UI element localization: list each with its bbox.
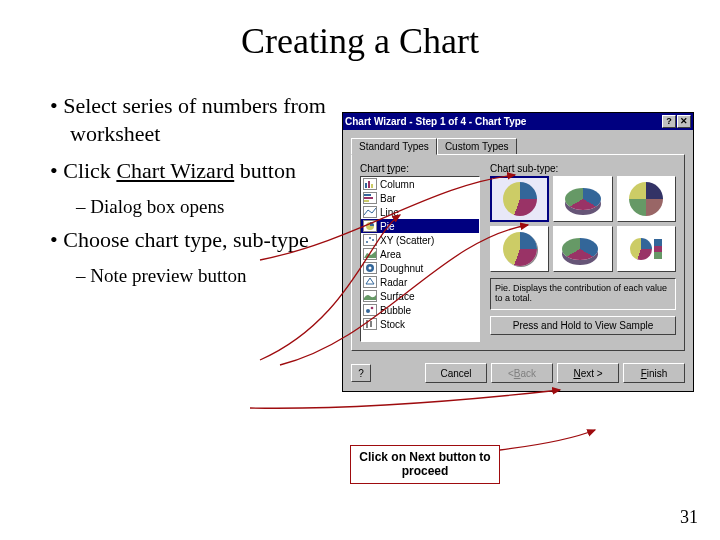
chart-wizard-dialog: Chart Wizard - Step 1 of 4 - Chart Type … (342, 112, 694, 392)
bullet-1: Select series of numbers from worksheet (50, 92, 340, 147)
chart-type-listbox[interactable]: ColumnBarLinePieXY (Scatter)AreaDoughnut… (360, 176, 480, 342)
dialog-title: Chart Wizard - Step 1 of 4 - Chart Type (345, 116, 526, 127)
subtype-pie-5[interactable] (553, 226, 612, 272)
chart-subtype-label: Chart sub-type: (490, 163, 676, 174)
chart-type-column[interactable]: Column (361, 177, 479, 191)
chart-type-pie[interactable]: Pie (361, 219, 479, 233)
svg-rect-3 (364, 194, 371, 196)
finish-button[interactable]: Finish (623, 363, 685, 383)
next-button[interactable]: Next > (557, 363, 619, 383)
area-icon (363, 248, 377, 260)
bubble-icon (363, 304, 377, 316)
tab-standard-types[interactable]: Standard Types (351, 138, 437, 155)
chart-type-surface[interactable]: Surface (361, 289, 479, 303)
bullet-list: Select series of numbers from worksheet … (50, 92, 340, 296)
subtype-description: Pie. Displays the contribution of each v… (490, 278, 676, 310)
chart-type-area[interactable]: Area (361, 247, 479, 261)
close-icon[interactable]: ✕ (677, 115, 691, 128)
svg-point-8 (369, 237, 371, 239)
svg-point-7 (366, 241, 368, 243)
chart-type-xy-scatter-[interactable]: XY (Scatter) (361, 233, 479, 247)
svg-point-9 (372, 239, 374, 241)
page-number: 31 (680, 507, 698, 528)
chart-type-stock[interactable]: Stock (361, 317, 479, 331)
subtype-pie-2[interactable] (553, 176, 612, 222)
subtype-pie-1[interactable] (490, 176, 549, 222)
dialog-titlebar[interactable]: Chart Wizard - Step 1 of 4 - Chart Type … (343, 113, 693, 130)
chart-type-doughnut[interactable]: Doughnut (361, 261, 479, 275)
chart-type-radar[interactable]: Radar (361, 275, 479, 289)
bullet-2-sub: Dialog box opens (50, 195, 340, 219)
chart-type-bubble[interactable]: Bubble (361, 303, 479, 317)
bar-icon (363, 192, 377, 204)
chart-type-line[interactable]: Line (361, 205, 479, 219)
chart-wizard-link-text: Chart Wizard (116, 158, 234, 183)
callout-next: Click on Next button to proceed (350, 445, 500, 484)
subtype-pie-6[interactable] (617, 226, 676, 272)
tab-custom-types[interactable]: Custom Types (437, 138, 517, 155)
svg-rect-4 (364, 197, 373, 199)
doughnut-icon (363, 262, 377, 274)
svg-rect-1 (368, 181, 370, 188)
svg-point-13 (371, 307, 374, 310)
subtype-pie-3[interactable] (617, 176, 676, 222)
line-icon (363, 206, 377, 218)
xy-scatter--icon (363, 234, 377, 246)
preview-sample-button[interactable]: Press and Hold to View Sample (490, 316, 676, 335)
bullet-3: Choose chart type, sub-type (50, 226, 340, 254)
bullet-3-sub: Note preview button (50, 264, 340, 288)
pie-icon (363, 220, 377, 232)
radar-icon (363, 276, 377, 288)
help-icon[interactable]: ? (662, 115, 676, 128)
chart-type-label: Chart type: (360, 163, 480, 174)
svg-rect-5 (364, 200, 369, 202)
surface-icon (363, 290, 377, 302)
bullet-2: Click Chart Wizard button (50, 157, 340, 185)
column-icon (363, 178, 377, 190)
slide-title: Creating a Chart (0, 0, 720, 62)
svg-point-11 (369, 267, 372, 270)
subtype-pie-4[interactable] (490, 226, 549, 272)
chart-type-bar[interactable]: Bar (361, 191, 479, 205)
back-button: < Back (491, 363, 553, 383)
stock-icon (363, 318, 377, 330)
chart-subtype-grid (490, 176, 676, 272)
svg-rect-0 (365, 183, 367, 188)
svg-point-12 (366, 309, 370, 313)
svg-rect-2 (371, 184, 373, 188)
cancel-button[interactable]: Cancel (425, 363, 487, 383)
dialog-help-button[interactable]: ? (351, 364, 371, 382)
